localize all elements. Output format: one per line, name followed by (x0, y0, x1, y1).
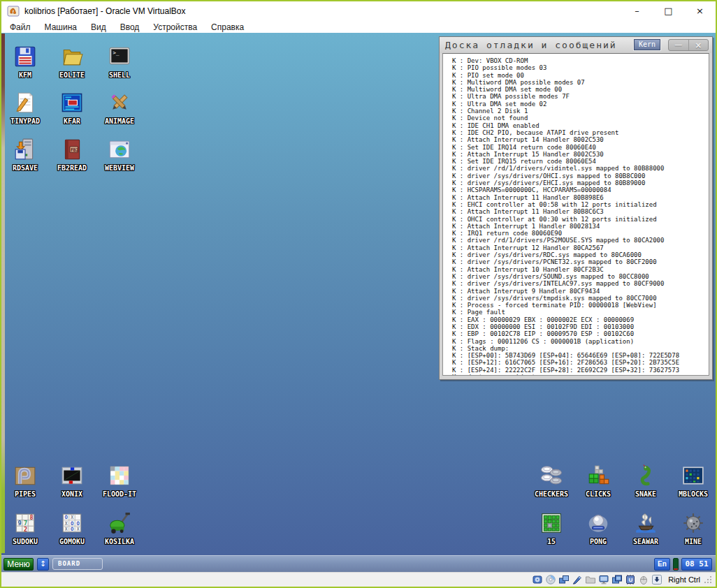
desktop-icon-gomoku[interactable]: OXXOOXOXGOMOKU (48, 511, 96, 545)
folder-icon[interactable] (585, 574, 596, 585)
menu-item-file[interactable]: Файл (3, 22, 38, 32)
fifteen-icon (539, 511, 563, 535)
network-icon[interactable] (558, 574, 570, 585)
desktop-icon-label: TINYPAD (1, 117, 49, 125)
desktop-icon-animage[interactable]: ANIMAGE (96, 91, 143, 125)
desktop-icon-floodit[interactable]: FLOOD-IT (96, 464, 143, 498)
desktop-icon-sudoku[interactable]: 8972SUDOKU (1, 511, 49, 545)
status-bar: U Right Ctrl (1, 572, 716, 587)
desktop-icon-label: PIPES (1, 490, 49, 498)
log-line: K : driver /sys/drivers/tmpdisk.sys mapp… (452, 295, 709, 302)
desktop-icon-eolite[interactable]: EOLITE (48, 45, 96, 79)
close-button[interactable]: × (684, 0, 716, 22)
desktop-icon-pong[interactable]: PONG (574, 511, 622, 545)
desktop-icon-seawar[interactable]: SEAWAR (622, 511, 669, 545)
hdd-icon[interactable] (532, 574, 543, 585)
titlebar: kolibrios [Работает] - Oracle VM Virtual… (1, 1, 716, 22)
resize-grip[interactable] (704, 575, 713, 585)
log-line: K : Attach Interrupt 12 Handler 80CA2567 (452, 244, 709, 251)
taskbar-item-board[interactable]: BOARD (52, 558, 103, 570)
debug-minimize-button[interactable]: — (669, 40, 688, 50)
svg-text:U: U (629, 577, 633, 583)
desktop-icon-label: PONG (574, 538, 622, 545)
checkers-icon (539, 464, 563, 487)
desktop-icon-kfm[interactable]: KFM (1, 45, 49, 79)
desktop-icon-label: ANIMAGE (96, 117, 143, 125)
svg-text:>_: >_ (113, 50, 119, 56)
log-line: K : driver /sys/drivers/SOUND.sys mapped… (452, 273, 709, 280)
desktop-icon-mblocks[interactable]: MBLOCKS (669, 464, 716, 498)
chip-icon[interactable]: U (625, 574, 636, 585)
log-line: K : IDE CH1 DMA enabled (452, 122, 709, 129)
minimize-button[interactable]: – (621, 0, 653, 22)
desktop-icon-label: MBLOCKS (669, 490, 716, 498)
cd-icon[interactable] (545, 574, 556, 585)
debug-window-titlebar[interactable]: Доска отладки и сообщений Kern — × (440, 37, 712, 53)
desktop-icon-pipes[interactable]: PIPES (1, 464, 49, 498)
kern-button[interactable]: Kern (634, 39, 660, 50)
updown-arrow-button[interactable]: ↕ (37, 558, 49, 571)
log-line: K : EBP : 00102C78 EIP : 00009570 ESP : … (452, 330, 709, 337)
svg-text:9: 9 (17, 520, 21, 527)
desktop-icon-webview[interactable]: WEBVIEW (96, 138, 143, 172)
desktop-icon-label: XONIX (48, 490, 96, 498)
mblocks-icon (681, 464, 705, 487)
kbd-icon[interactable] (651, 574, 662, 585)
log-line: K : Set IDE IRQ14 return code 80060E40 (452, 144, 709, 151)
desktop-icon-mine[interactable]: MINE (669, 511, 716, 545)
svg-text:FB2: FB2 (71, 147, 79, 153)
menu-item-devices[interactable]: Устройства (146, 22, 204, 32)
menu-item-input[interactable]: Ввод (113, 22, 147, 32)
desktop-icon-label: GOMOKU (48, 538, 96, 545)
log-line: K : Ultra DMA possible modes 7F (452, 93, 709, 100)
log-line: K : driver /rd/1/drivers/vidintel.sys ma… (452, 165, 709, 172)
desktop-icon-checkers[interactable]: CHECKERS (528, 464, 575, 498)
log-line: K : IDE CH2 PIO, because ATAPI drive pre… (452, 129, 709, 136)
video-icon[interactable] (611, 574, 623, 585)
vm-display: KFMEOLITE>_SHELLTINYPADKFARANIMAGERDSAVE… (1, 33, 716, 572)
log-line: K : Stack dump: (452, 345, 709, 352)
desktop-icon-tinypad[interactable]: TINYPAD (1, 91, 49, 125)
desktop-icon-snake[interactable]: SNAKE (622, 464, 669, 498)
menu-item-view[interactable]: Вид (84, 22, 113, 32)
maximize-button[interactable]: □ (653, 0, 684, 22)
log-line: K : Flags : 00011206 CS : 0000001B (appl… (452, 338, 709, 345)
pen-icon[interactable] (572, 574, 583, 585)
desktop-icon-clicks[interactable]: CLICKS (574, 464, 622, 498)
desktop-icon-label: SEAWAR (622, 538, 669, 545)
log-line: K : Process - forced terminate PID: 0000… (452, 302, 709, 309)
display-icon[interactable] (598, 574, 609, 585)
desktop-icon-rdsave[interactable]: RDSAVE (1, 138, 49, 172)
language-indicator[interactable]: En (654, 558, 670, 571)
virtualbox-window: kolibrios [Работает] - Oracle VM Virtual… (0, 0, 717, 588)
log-line: K : Attach Interrupt 9 Handler 80CF9434 (452, 288, 709, 295)
debug-close-button[interactable]: × (688, 40, 709, 50)
start-menu-button[interactable]: Меню (3, 558, 34, 571)
svg-text:8: 8 (29, 514, 33, 521)
desktop-icon-label: KFAR (48, 117, 96, 125)
log-line: K : Attach Interrupt 15 Handler 8002C530 (452, 151, 709, 158)
log-line: K : Ultra DMA set mode 02 (452, 101, 709, 108)
mouse-icon[interactable] (638, 574, 649, 585)
menu-item-help[interactable]: Справка (204, 22, 251, 32)
log-line: K : Channel 2 Disk 1 (452, 108, 709, 115)
menu-item-machine[interactable]: Машина (38, 22, 84, 32)
pong-icon (586, 511, 610, 535)
log-line: K : Multiword DMA possible modes 07 (452, 79, 709, 86)
kfar-icon (60, 91, 84, 115)
desktop-icon-kfar[interactable]: KFAR (48, 91, 96, 125)
debug-log-area: K : Dev: VBOX CD-ROMK : PIO possible mod… (442, 53, 709, 376)
svg-text:O: O (71, 526, 74, 532)
desktop-icon-shell[interactable]: >_SHELL (96, 45, 143, 79)
webview-icon (108, 138, 131, 161)
desktop-icon-fb2read[interactable]: FB2FB2READ (48, 138, 96, 172)
desktop-icon-kosilka[interactable]: KOSILKA (96, 511, 143, 545)
log-line: K : Device not found (452, 115, 709, 122)
desktop-icon-xonix[interactable]: XONIX (48, 464, 96, 498)
desktop-icon-label: FB2READ (48, 164, 96, 172)
clock[interactable]: 08 51 (681, 558, 712, 571)
desktop-icon-fifteen[interactable]: 15 (528, 511, 575, 545)
debug-window-title: Доска отладки и сообщений (445, 40, 617, 50)
cpu-load-indicator[interactable] (673, 558, 679, 571)
log-line: K : EDX : 00000000 ESI : 00102F9D EDI : … (452, 323, 709, 330)
